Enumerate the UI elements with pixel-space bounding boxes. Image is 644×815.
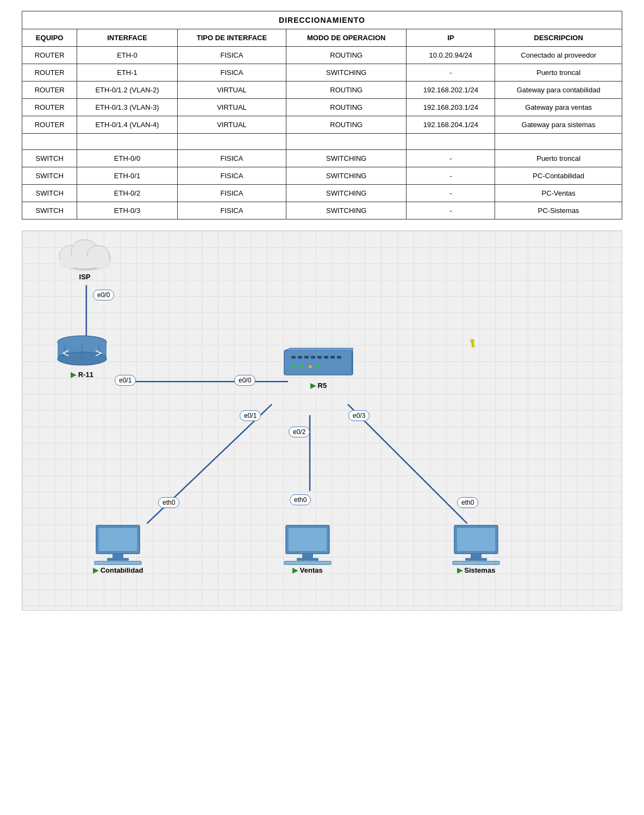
col-descripcion: DESCRIPCION	[495, 29, 622, 47]
svg-rect-18	[298, 356, 302, 359]
col-ip: IP	[407, 29, 495, 47]
sistemas-node: Sistemas	[452, 524, 501, 574]
col-tipo-interface: TIPO DE INTERFACE	[177, 29, 286, 47]
empty-cell	[495, 134, 622, 150]
svg-rect-19	[304, 356, 309, 359]
table-cell-row4-col2: VIRTUAL	[177, 116, 286, 134]
table-cell-row9-col1: ETH-0/3	[77, 202, 177, 220]
svg-rect-24	[337, 356, 341, 359]
router-r5-node: R5	[283, 348, 354, 390]
table-cell-row1-col3: SWITCHING	[286, 64, 407, 82]
table-cell-row3-col2: VIRTUAL	[177, 99, 286, 116]
svg-rect-36	[302, 554, 313, 558]
sistemas-label: Sistemas	[457, 566, 496, 574]
table-cell-row7-col4: -	[407, 167, 495, 185]
isp-node: ISP	[55, 236, 115, 281]
table-cell-row8-col5: PC-Ventas	[495, 185, 622, 202]
isp-label: ISP	[79, 273, 91, 281]
table-row: SWITCHETH-0/2FISICASWITCHING-PC-Ventas	[22, 185, 622, 202]
table-cell-row7-col3: SWITCHING	[286, 167, 407, 185]
table-row: SWITCHETH-0/1FISICASWITCHING-PC-Contabil…	[22, 167, 622, 185]
table-row: ROUTERETH-0/1.4 (VLAN-4)VIRTUALROUTING19…	[22, 116, 622, 134]
table-cell-row6-col4: -	[407, 150, 495, 167]
table-cell-row7-col0: SWITCH	[22, 167, 77, 185]
pc-sistemas-icon	[452, 524, 501, 565]
router-r11-node: R-11	[55, 334, 109, 379]
table-cell-row0-col5: Conectado al proveedor	[495, 47, 622, 64]
svg-rect-30	[99, 528, 137, 551]
table-row: ROUTERETH-1FISICASWITCHING-Puerto tronca…	[22, 64, 622, 82]
table-cell-row8-col2: FISICA	[177, 185, 286, 202]
table-section: DIRECCIONAMIENTO EQUIPO INTERFACE TIPO D…	[0, 0, 644, 230]
router-r11-icon	[55, 334, 109, 369]
table-cell-row2-col1: ETH-0/1.2 (VLAN-2)	[77, 82, 177, 99]
table-cell-row3-col0: ROUTER	[22, 99, 77, 116]
svg-rect-40	[457, 528, 495, 551]
svg-rect-32	[107, 558, 129, 561]
diagram-section: ISP e0/0 R-11 e0/1 e0	[22, 230, 622, 611]
table-cell-row0-col0: ROUTER	[22, 47, 77, 64]
table-cell-row9-col3: SWITCHING	[286, 202, 407, 220]
table-cell-row1-col1: ETH-1	[77, 64, 177, 82]
port-eth0-ventas: eth0	[290, 494, 311, 505]
table-row	[22, 134, 622, 150]
table-cell-row4-col1: ETH-0/1.4 (VLAN-4)	[77, 116, 177, 134]
empty-cell	[407, 134, 495, 150]
contabilidad-node: Contabilidad	[93, 524, 143, 574]
svg-rect-9	[60, 257, 109, 268]
table-cell-row0-col1: ETH-0	[77, 47, 177, 64]
table-cell-row4-col5: Gateway para sistemas	[495, 116, 622, 134]
table-cell-row4-col0: ROUTER	[22, 116, 77, 134]
router-r5-icon	[283, 348, 354, 380]
pc-ventas-icon	[283, 524, 332, 565]
table-cell-row8-col3: SWITCHING	[286, 185, 407, 202]
port-e00-r11: e0/0	[93, 290, 114, 300]
table-cell-row6-col5: Puerto troncal	[495, 150, 622, 167]
svg-rect-31	[112, 554, 123, 558]
table-cell-row0-col2: FISICA	[177, 47, 286, 64]
empty-cell	[22, 134, 77, 150]
ventas-node: Ventas	[283, 524, 332, 574]
table-cell-row4-col4: 192.168.204.1/24	[407, 116, 495, 134]
table-cell-row7-col2: FISICA	[177, 167, 286, 185]
table-cell-row6-col3: SWITCHING	[286, 150, 407, 167]
empty-cell	[77, 134, 177, 150]
table-cell-row1-col4: -	[407, 64, 495, 82]
svg-point-26	[301, 365, 304, 368]
port-e00-r5: e0/0	[234, 375, 255, 386]
port-e03-r5: e0/3	[348, 410, 370, 421]
table-cell-row8-col1: ETH-0/2	[77, 185, 177, 202]
table-cell-row9-col2: FISICA	[177, 202, 286, 220]
svg-rect-23	[330, 356, 335, 359]
col-equipo: EQUIPO	[22, 29, 77, 47]
table-cell-row8-col0: SWITCH	[22, 185, 77, 202]
table-cell-row3-col1: ETH-0/1.3 (VLAN-3)	[77, 99, 177, 116]
svg-rect-20	[311, 356, 315, 359]
port-e01-r11: e0/1	[115, 375, 136, 386]
col-modo-operacion: MODO DE OPERACION	[286, 29, 407, 47]
router-r5-label: R5	[310, 381, 327, 390]
table-cell-row0-col3: ROUTING	[286, 47, 407, 64]
svg-rect-37	[297, 558, 318, 561]
port-e01-r5: e0/1	[240, 410, 261, 421]
table-cell-row1-col5: Puerto troncal	[495, 64, 622, 82]
cursor-arrow: ⬆	[467, 336, 479, 352]
col-interface: INTERFACE	[77, 29, 177, 47]
svg-rect-21	[317, 356, 322, 359]
table-cell-row2-col0: ROUTER	[22, 82, 77, 99]
table-cell-row3-col5: Gateway para ventas	[495, 99, 622, 116]
empty-cell	[286, 134, 407, 150]
table-row: SWITCHETH-0/3FISICASWITCHING-PC-Sistemas	[22, 202, 622, 220]
table-row: ROUTERETH-0FISICAROUTING10.0.20.94/24Con…	[22, 47, 622, 64]
table-title: DIRECCIONAMIENTO	[22, 11, 622, 29]
table-cell-row3-col3: ROUTING	[286, 99, 407, 116]
port-eth0-contabilidad: eth0	[158, 497, 179, 508]
table-cell-row2-col4: 192.168.202.1/24	[407, 82, 495, 99]
table-cell-row9-col5: PC-Sistemas	[495, 202, 622, 220]
table-cell-row2-col2: VIRTUAL	[177, 82, 286, 99]
table-cell-row2-col5: Gateway para contabilidad	[495, 82, 622, 99]
table-cell-row1-col0: ROUTER	[22, 64, 77, 82]
table-cell-row3-col4: 192.168.203.1/24	[407, 99, 495, 116]
table-cell-row0-col4: 10.0.20.94/24	[407, 47, 495, 64]
table-cell-row6-col2: FISICA	[177, 150, 286, 167]
